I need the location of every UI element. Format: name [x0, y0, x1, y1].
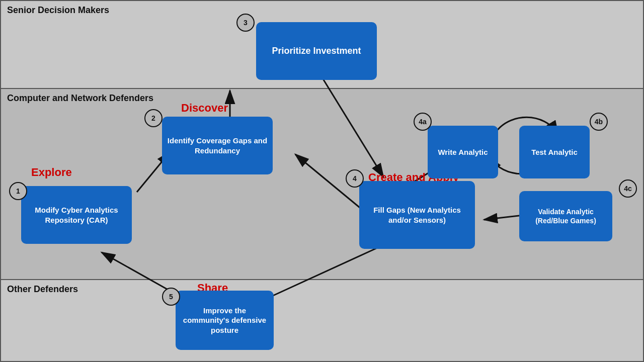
section-defenders: Computer and Network Defenders [1, 89, 643, 280]
node-write[interactable]: Write Analytic [428, 126, 498, 178]
node-identify[interactable]: Identify Coverage Gaps and Redundancy [162, 117, 273, 174]
badge-5: 5 [162, 288, 180, 306]
badge-1: 1 [9, 182, 27, 200]
senior-label: Senior Decision Makers [1, 1, 643, 20]
badge-3: 3 [236, 14, 255, 32]
node-test[interactable]: Test Analytic [519, 126, 590, 178]
badge-4b: 4b [590, 113, 608, 131]
diagram-container: Senior Decision Makers Computer and Netw… [0, 0, 644, 362]
node-improve[interactable]: Improve the community's defensive postur… [176, 291, 274, 350]
node-validate[interactable]: Validate Analytic (Red/Blue Games) [519, 191, 612, 241]
badge-4a: 4a [414, 113, 432, 131]
node-fill[interactable]: Fill Gaps (New Analytics and/or Sensors) [359, 181, 475, 249]
badge-2: 2 [144, 109, 163, 127]
defenders-label: Computer and Network Defenders [1, 89, 643, 108]
section-other: Other Defenders [1, 280, 643, 361]
badge-4c: 4c [619, 179, 637, 198]
cat-explore: Explore [31, 166, 72, 179]
cat-discover: Discover [181, 102, 228, 115]
node-modify[interactable]: Modify Cyber Analytics Repository (CAR) [21, 186, 132, 244]
badge-4: 4 [346, 169, 364, 188]
node-prioritize[interactable]: Prioritize Investment [256, 22, 377, 80]
other-label: Other Defenders [1, 280, 643, 299]
